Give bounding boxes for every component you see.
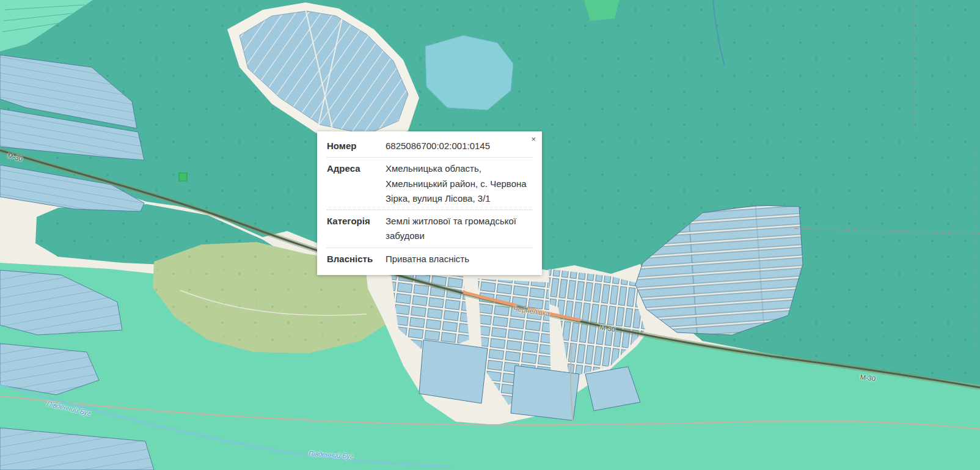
green-patch xyxy=(584,0,620,21)
popup-row-number: Номер 6825086700:02:001:0145 xyxy=(327,135,532,158)
field-label-address: Адреса xyxy=(327,161,386,206)
popup-row-category: Категорія Землі житлової та громадської … xyxy=(327,210,532,248)
field-value-address: Хмельницька область, Хмельницький район,… xyxy=(386,161,532,206)
popup-row-ownership: Власність Приватна власність xyxy=(327,248,532,268)
field-label-ownership: Власність xyxy=(327,252,386,266)
popup-row-address: Адреса Хмельницька область, Хмельницький… xyxy=(327,158,532,210)
green-square xyxy=(179,173,187,181)
field-value-number: 6825086700:02:001:0145 xyxy=(386,139,532,153)
cadastral-map-app: М-30 М-30 М-30 Чернелівка Південний Буг … xyxy=(0,0,980,470)
field-value-ownership: Приватна власність xyxy=(386,252,532,266)
pond-area xyxy=(425,35,513,110)
parcel-info-popup: × Номер 6825086700:02:001:0145 Адреса Хм… xyxy=(317,131,542,275)
field-value-category: Землі житлової та громадської забудови xyxy=(386,214,532,244)
field-label-number: Номер xyxy=(327,139,386,153)
popup-close-button[interactable]: × xyxy=(527,133,539,145)
field-label-category: Категорія xyxy=(327,214,386,244)
